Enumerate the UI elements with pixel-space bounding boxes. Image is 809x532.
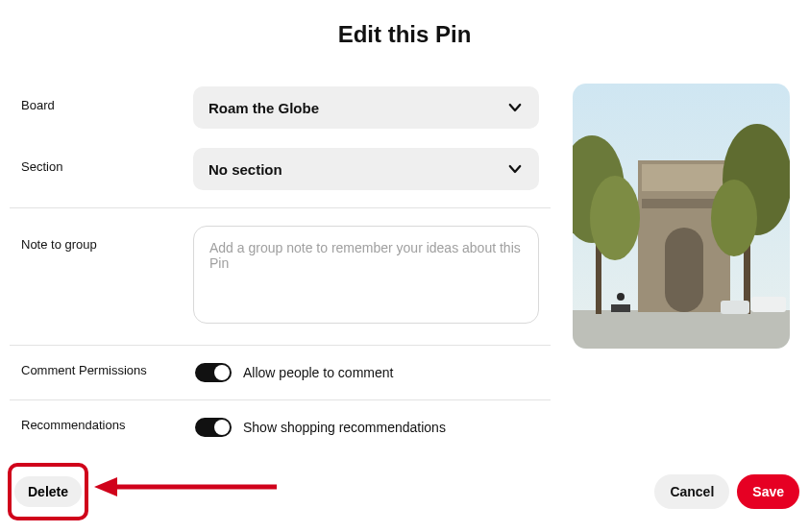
comments-label: Comment Permissions xyxy=(21,363,195,377)
recommendations-toggle[interactable] xyxy=(195,418,232,437)
comments-toggle-label: Allow people to comment xyxy=(243,365,393,380)
section-dropdown[interactable]: No section xyxy=(193,148,539,190)
pin-preview-image xyxy=(573,84,790,349)
section-row: Section No section xyxy=(10,138,551,200)
section-value: No section xyxy=(208,161,282,178)
board-label: Board xyxy=(21,86,193,112)
board-value: Roam the Globe xyxy=(208,100,319,116)
board-dropdown[interactable]: Roam the Globe xyxy=(193,86,539,129)
footer: Delete Cancel Save xyxy=(0,463,809,520)
divider xyxy=(10,207,551,208)
svg-rect-13 xyxy=(721,301,749,314)
note-input[interactable] xyxy=(193,226,539,324)
delete-highlight: Delete xyxy=(8,463,88,520)
svg-point-15 xyxy=(617,293,625,301)
toggle-knob xyxy=(214,420,230,435)
chevron-down-icon xyxy=(506,99,524,116)
svg-marker-17 xyxy=(94,477,117,496)
divider xyxy=(10,399,551,400)
recommendations-row: Recommendations Show shopping recommenda… xyxy=(10,408,551,447)
svg-rect-12 xyxy=(751,297,786,312)
comments-toggle[interactable] xyxy=(195,363,232,382)
svg-point-11 xyxy=(711,180,757,256)
section-label: Section xyxy=(21,148,193,174)
svg-point-8 xyxy=(590,176,640,260)
divider xyxy=(10,345,551,346)
recommendations-toggle-label: Show shopping recommendations xyxy=(243,420,446,435)
board-row: Board Roam the Globe xyxy=(10,77,551,138)
annotation-arrow xyxy=(94,476,277,497)
edit-form: Board Roam the Globe Section No section … xyxy=(10,77,551,447)
page-title: Edit this Pin xyxy=(0,21,809,48)
comments-row: Comment Permissions Allow people to comm… xyxy=(10,353,551,392)
note-row: Note to group xyxy=(10,216,551,337)
save-button[interactable]: Save xyxy=(737,474,799,509)
svg-rect-14 xyxy=(611,304,630,312)
delete-button[interactable]: Delete xyxy=(14,476,82,507)
footer-buttons: Cancel Save xyxy=(654,474,799,509)
toggle-knob xyxy=(214,365,230,380)
cancel-button[interactable]: Cancel xyxy=(654,474,729,509)
svg-rect-4 xyxy=(665,228,703,312)
svg-rect-3 xyxy=(642,164,726,191)
recommendations-label: Recommendations xyxy=(21,418,195,432)
note-label: Note to group xyxy=(21,226,193,252)
chevron-down-icon xyxy=(506,160,524,178)
svg-rect-1 xyxy=(573,310,790,349)
